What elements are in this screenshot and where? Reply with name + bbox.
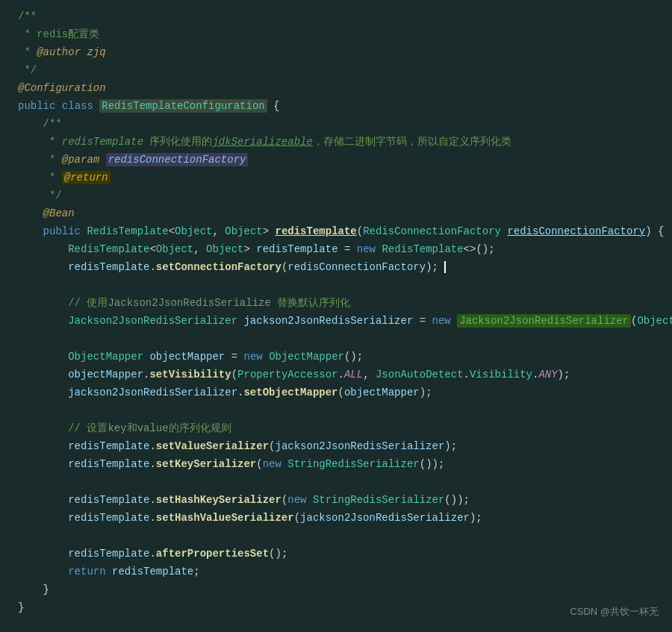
code-line-9: * @param redisConnectionFactory — [0, 151, 672, 169]
line-content-22: jackson2JsonRedisSerializer.setObjectMap… — [15, 384, 672, 401]
code-line-31: redisTemplate.afterPropertiesSet(); — [0, 545, 672, 563]
code-line-23 — [0, 401, 672, 419]
code-line-10: * @return — [0, 169, 672, 187]
line-content-28: redisTemplate.setHashKeySerializer(new S… — [15, 492, 672, 508]
code-line-24: // 设置key和value的序列化规则 — [0, 419, 672, 437]
line-content-20: ObjectMapper objectMapper = new ObjectMa… — [15, 348, 672, 365]
line-content-31: redisTemplate.afterPropertiesSet(); — [15, 545, 672, 562]
line-content-32: return redisTemplate; — [15, 563, 672, 580]
line-content-2: * redis配置类 — [15, 26, 672, 43]
line-content-30 — [15, 528, 672, 544]
code-line-12: @Bean — [0, 204, 672, 222]
line-content-9: * @param redisConnectionFactory — [15, 151, 672, 168]
code-line-7: /** — [0, 115, 672, 133]
line-content-15: redisTemplate.setConnectionFactory(redis… — [15, 259, 672, 275]
code-line-32: return redisTemplate; — [0, 563, 672, 581]
code-line-25: redisTemplate.setValueSerializer(jackson… — [0, 437, 672, 455]
line-content-25: redisTemplate.setValueSerializer(jackson… — [15, 438, 672, 454]
code-line-13: public RedisTemplate<Object, Object> red… — [0, 222, 672, 240]
line-content-13: public RedisTemplate<Object, Object> red… — [15, 223, 672, 240]
code-line-20: ObjectMapper objectMapper = new ObjectMa… — [0, 348, 672, 366]
line-content-18: Jackson2JsonRedisSerializer jackson2Json… — [15, 313, 672, 329]
code-line-15: redisTemplate.setConnectionFactory(redis… — [0, 258, 672, 276]
code-line-17: // 使用Jackson2JsonRedisSerialize 替换默认序列化 — [0, 294, 672, 312]
line-content-10: * @return — [15, 169, 672, 186]
code-line-33: } — [0, 581, 672, 598]
line-content-21: objectMapper.setVisibility(PropertyAcces… — [15, 366, 672, 383]
line-content-24: // 设置key和value的序列化规则 — [15, 420, 672, 437]
code-editor: /** * redis配置类 * @author zjq */ @Configu… — [0, 0, 672, 632]
line-content-6: public class RedisTemplateConfiguration … — [15, 98, 672, 114]
line-content-27 — [15, 474, 672, 490]
line-content-12: @Bean — [15, 205, 672, 222]
code-line-16 — [0, 276, 672, 294]
line-content-4: */ — [15, 62, 672, 78]
code-line-30 — [0, 527, 672, 545]
code-line-8: * redisTemplate 序列化使用的jdkSerializeable，存… — [0, 133, 672, 151]
code-line-4: */ — [0, 61, 672, 79]
watermark: CSDN @共饮一杯无 — [570, 605, 659, 619]
code-line-14: RedisTemplate<Object, Object> redisTempl… — [0, 240, 672, 258]
code-line-6: public class RedisTemplateConfiguration … — [0, 97, 672, 115]
line-content-1: /** — [15, 8, 672, 25]
line-content-17: // 使用Jackson2JsonRedisSerialize 替换默认序列化 — [15, 295, 672, 311]
code-line-11: */ — [0, 187, 672, 204]
code-line-29: redisTemplate.setHashValueSerializer(jac… — [0, 509, 672, 527]
line-content-33: } — [15, 581, 672, 598]
code-line-22: jackson2JsonRedisSerializer.setObjectMap… — [0, 384, 672, 401]
line-content-23 — [15, 402, 672, 419]
code-line-28: redisTemplate.setHashKeySerializer(new S… — [0, 491, 672, 509]
code-line-19 — [0, 330, 672, 348]
line-content-19 — [15, 331, 672, 347]
code-line-18: Jackson2JsonRedisSerializer jackson2Json… — [0, 312, 672, 330]
code-line-2: * redis配置类 — [0, 25, 672, 43]
line-content-3: * @author zjq — [15, 44, 672, 60]
code-line-27 — [0, 473, 672, 491]
code-line-26: redisTemplate.setKeySerializer(new Strin… — [0, 455, 672, 473]
code-line-5: @Configuration — [0, 79, 672, 97]
line-content-11: */ — [15, 187, 672, 204]
line-content-8: * redisTemplate 序列化使用的jdkSerializeable，存… — [15, 134, 672, 150]
code-line-1: /** — [0, 7, 672, 25]
code-line-21: objectMapper.setVisibility(PropertyAcces… — [0, 366, 672, 384]
line-content-16 — [15, 277, 672, 293]
line-content-26: redisTemplate.setKeySerializer(new Strin… — [15, 456, 672, 472]
line-content-14: RedisTemplate<Object, Object> redisTempl… — [15, 241, 672, 257]
code-line-3: * @author zjq — [0, 43, 672, 61]
line-content-29: redisTemplate.setHashValueSerializer(jac… — [15, 510, 672, 526]
line-content-5: @Configuration — [15, 80, 672, 96]
line-content-7: /** — [15, 116, 672, 132]
